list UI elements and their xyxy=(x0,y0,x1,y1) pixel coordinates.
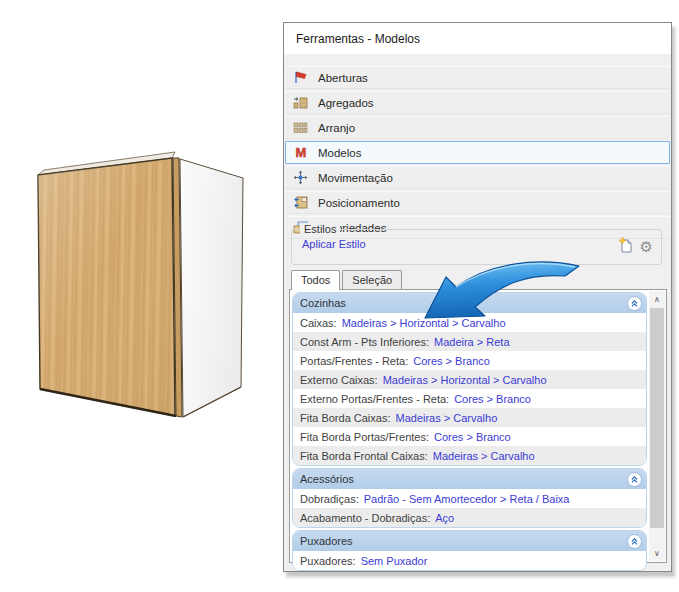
tab-todos[interactable]: Todos xyxy=(291,270,340,290)
group-header-puxadores[interactable]: Puxadores xyxy=(293,531,646,551)
menu-item-movimentacao[interactable]: Movimentação xyxy=(285,166,670,189)
row-value-link[interactable]: Aço xyxy=(435,512,454,524)
group-puxadores: Puxadores Puxadores: Sem Puxador xyxy=(292,530,647,571)
styles-listbox: Cozinhas Caixas: Madeiras > Horizontal >… xyxy=(289,289,667,563)
row-value-link[interactable]: Madeiras > Horizontal > Carvalho xyxy=(342,317,506,329)
group-title: Acessórios xyxy=(300,473,354,485)
tab-label: Seleção xyxy=(352,274,392,286)
move-arrows-icon xyxy=(292,169,309,186)
styles-groupbox-label: Estilos xyxy=(300,223,340,235)
group-title: Puxadores xyxy=(300,535,353,547)
menu-item-modelos[interactable]: M Modelos xyxy=(285,141,670,164)
cabinet-3d-object[interactable] xyxy=(0,0,260,450)
row-value-link[interactable]: Sem Puxador xyxy=(361,555,428,567)
row-label: Puxadores: xyxy=(300,555,356,567)
style-row: Fita Borda Portas/Frentes: Cores > Branc… xyxy=(293,427,646,446)
menu-item-arranjo[interactable]: Arranjo xyxy=(285,116,670,139)
tab-selecao[interactable]: Seleção xyxy=(342,270,402,289)
collapse-button[interactable] xyxy=(627,534,642,549)
collapse-button[interactable] xyxy=(627,472,642,487)
double-chevron-up-icon xyxy=(630,475,639,484)
row-value-link[interactable]: Cores > Branco xyxy=(454,393,531,405)
row-value-link[interactable]: Madeiras > Carvalho xyxy=(433,450,535,462)
row-value-link[interactable]: Madeiras > Horizontal > Carvalho xyxy=(383,374,547,386)
row-label: Fita Borda Frontal Caixas: xyxy=(300,450,428,462)
menu-item-label: Agregados xyxy=(318,97,374,109)
styles-groupbox: Estilos Aplicar Estilo ⚙ xyxy=(291,229,662,265)
style-row: Dobradiças: Padrão - Sem Amortecedor > R… xyxy=(293,489,646,508)
style-row: Caixas: Madeiras > Horizontal > Carvalho xyxy=(293,313,646,332)
row-label: Externo Portas/Frentes - Reta: xyxy=(300,393,449,405)
menu-item-label: Modelos xyxy=(318,147,361,159)
tools-menu: Aberturas Agregados xyxy=(285,66,670,241)
cabinet-side-panel xyxy=(180,159,243,417)
aggregate-box-icon xyxy=(292,94,309,111)
row-value-link[interactable]: Cores > Branco xyxy=(413,355,490,367)
panel-titlebar[interactable]: Ferramentas - Modelos xyxy=(284,23,671,54)
list-tabs: Todos Seleção xyxy=(291,270,404,289)
row-label: Acabamento - Dobradiças: xyxy=(300,512,430,524)
row-value-link[interactable]: Padrão - Sem Amortecedor > Reta / Baixa xyxy=(364,493,570,505)
vertical-scrollbar[interactable]: ∧ ∨ xyxy=(649,291,665,561)
style-row: Portas/Frentes - Reta: Cores > Branco xyxy=(293,351,646,370)
cabinet-front-door-highlight xyxy=(38,158,175,416)
row-value-link[interactable]: Cores > Branco xyxy=(434,431,511,443)
position-box-icon xyxy=(292,194,309,211)
collapse-button[interactable] xyxy=(627,296,642,311)
style-row: Fita Borda Frontal Caixas: Madeiras > Ca… xyxy=(293,446,646,465)
scroll-up-arrow[interactable]: ∧ xyxy=(649,291,665,307)
red-m-icon: M xyxy=(292,144,309,161)
row-value-link[interactable]: Madeira > Reta xyxy=(434,336,510,348)
new-document-icon[interactable] xyxy=(618,236,634,257)
apply-style-link[interactable]: Aplicar Estilo xyxy=(302,238,366,250)
row-label: Fita Borda Caixas: xyxy=(300,412,390,424)
row-label: Fita Borda Portas/Frentes: xyxy=(300,431,429,443)
menu-item-agregados[interactable]: Agregados xyxy=(285,91,670,114)
tab-label: Todos xyxy=(301,274,330,286)
menu-item-label: Arranjo xyxy=(318,122,355,134)
row-label: Dobradiças: xyxy=(300,493,359,505)
grid-arrangement-icon xyxy=(292,119,309,136)
menu-item-label: Posicionamento xyxy=(318,197,400,209)
group-header-cozinhas[interactable]: Cozinhas xyxy=(293,293,646,313)
menu-item-label: Aberturas xyxy=(318,72,368,84)
menu-item-posicionamento[interactable]: Posicionamento xyxy=(285,191,670,214)
double-chevron-up-icon xyxy=(630,537,639,546)
row-value-link[interactable]: Madeiras > Carvalho xyxy=(395,412,497,424)
style-row: Acabamento - Dobradiças: Aço xyxy=(293,508,646,527)
group-title: Cozinhas xyxy=(300,297,346,309)
flag-icon xyxy=(292,69,309,86)
scroll-down-arrow[interactable]: ∨ xyxy=(649,545,665,561)
gear-icon[interactable]: ⚙ xyxy=(640,239,653,254)
style-row: Puxadores: Sem Puxador xyxy=(293,551,646,570)
scroll-thumb[interactable] xyxy=(650,308,664,528)
group-header-acessorios[interactable]: Acessórios xyxy=(293,469,646,489)
svg-text:M: M xyxy=(295,145,306,160)
double-chevron-up-icon xyxy=(630,299,639,308)
style-row: Fita Borda Caixas: Madeiras > Carvalho xyxy=(293,408,646,427)
style-row: Externo Portas/Frentes - Reta: Cores > B… xyxy=(293,389,646,408)
menu-item-label: Movimentação xyxy=(318,172,393,184)
styles-list: Cozinhas Caixas: Madeiras > Horizontal >… xyxy=(292,292,647,560)
row-label: Const Arm - Pts Inferiores: xyxy=(300,336,429,348)
style-row: Externo Caixas: Madeiras > Horizontal > … xyxy=(293,370,646,389)
menu-item-aberturas[interactable]: Aberturas xyxy=(285,66,670,89)
style-row: Const Arm - Pts Inferiores: Madeira > Re… xyxy=(293,332,646,351)
group-cozinhas: Cozinhas Caixas: Madeiras > Horizontal >… xyxy=(292,292,647,466)
row-label: Externo Caixas: xyxy=(300,374,378,386)
group-acessorios: Acessórios Dobradiças: Padrão - Sem Amor… xyxy=(292,468,647,528)
row-label: Portas/Frentes - Reta: xyxy=(300,355,408,367)
panel-title: Ferramentas - Modelos xyxy=(296,32,420,46)
ferramentas-panel: Ferramentas - Modelos Aberturas Ag xyxy=(283,22,672,572)
row-label: Caixas: xyxy=(300,317,337,329)
